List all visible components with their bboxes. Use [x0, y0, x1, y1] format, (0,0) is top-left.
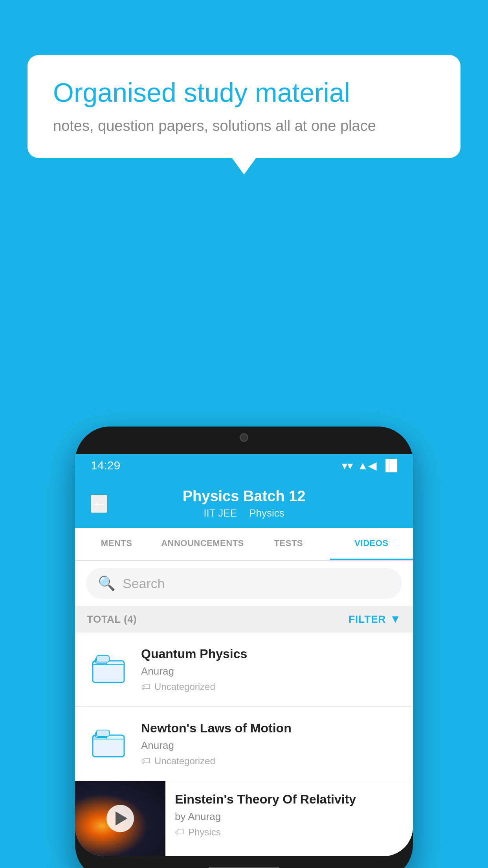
- search-input[interactable]: Search: [123, 576, 165, 591]
- phone-device: 14:29 ▾▾ ▲◀ ▐█ ← Physics Batch 12 IIT JE…: [75, 427, 413, 868]
- item-info: Quantum Physics Anurag 🏷 Uncategorized: [141, 647, 401, 692]
- svg-rect-5: [97, 730, 109, 736]
- folder-icon: [91, 654, 126, 685]
- item-info: Einstein's Theory Of Relativity by Anura…: [165, 781, 413, 849]
- space-background: [75, 781, 165, 856]
- item-tag: 🏷 Uncategorized: [141, 681, 401, 692]
- video-thumbnail-image: [75, 781, 165, 856]
- phone-bottom-bezel: [75, 856, 413, 868]
- status-time: 14:29: [91, 459, 120, 472]
- phone-notch: [205, 427, 283, 448]
- tag-label: Physics: [188, 827, 221, 838]
- item-author: Anurag: [141, 665, 401, 677]
- header-title: Physics Batch 12: [91, 488, 397, 505]
- search-bar[interactable]: 🔍 Search: [86, 568, 402, 599]
- folder-icon: [91, 728, 126, 760]
- list-item[interactable]: Einstein's Theory Of Relativity by Anura…: [75, 781, 413, 856]
- item-info: Newton's Laws of Motion Anurag 🏷 Uncateg…: [141, 721, 401, 767]
- tag-icon: 🏷: [175, 827, 184, 838]
- item-title: Einstein's Theory Of Relativity: [175, 792, 404, 807]
- signal-icon: ▲◀: [358, 459, 377, 472]
- tab-announcements[interactable]: ANNOUNCEMENTS: [158, 528, 247, 560]
- phone-top-bezel: [75, 427, 413, 454]
- home-bar[interactable]: [209, 867, 279, 868]
- item-thumbnail: [87, 648, 130, 691]
- tag-icon: 🏷: [141, 756, 150, 767]
- item-title: Newton's Laws of Motion: [141, 721, 401, 736]
- search-icon: 🔍: [98, 575, 116, 592]
- front-camera: [240, 433, 248, 442]
- filter-label: FILTER: [349, 613, 386, 625]
- item-tag: 🏷 Uncategorized: [141, 756, 401, 767]
- item-title: Quantum Physics: [141, 647, 401, 661]
- bubble-subtitle: notes, question papers, solutions all at…: [53, 118, 435, 134]
- item-thumbnail: [87, 722, 130, 765]
- tag-label: Uncategorized: [154, 681, 215, 692]
- item-author: by Anurag: [175, 811, 404, 823]
- phone-body: 14:29 ▾▾ ▲◀ ▐█ ← Physics Batch 12 IIT JE…: [75, 427, 413, 868]
- tag-label: Uncategorized: [154, 756, 215, 767]
- tab-tests[interactable]: TESTS: [247, 528, 330, 560]
- search-container: 🔍 Search: [75, 561, 413, 606]
- list-item[interactable]: Quantum Physics Anurag 🏷 Uncategorized: [75, 633, 413, 707]
- header-tag1: IIT JEE: [204, 507, 237, 519]
- speech-bubble: Organised study material notes, question…: [28, 55, 460, 158]
- speech-bubble-container: Organised study material notes, question…: [28, 55, 460, 158]
- tabs-bar: MENTS ANNOUNCEMENTS TESTS VIDEOS: [75, 528, 413, 561]
- status-icons: ▾▾ ▲◀ ▐█: [342, 459, 397, 472]
- app-screen: 14:29 ▾▾ ▲◀ ▐█ ← Physics Batch 12 IIT JE…: [75, 454, 413, 856]
- tab-videos[interactable]: VIDEOS: [330, 528, 413, 560]
- battery-icon: ▐█: [382, 459, 397, 472]
- filter-button[interactable]: FILTER ▼: [349, 613, 401, 625]
- list-item[interactable]: Newton's Laws of Motion Anurag 🏷 Uncateg…: [75, 707, 413, 781]
- video-list: Quantum Physics Anurag 🏷 Uncategorized: [75, 633, 413, 856]
- item-tag: 🏷 Physics: [175, 827, 404, 838]
- header-tag2: Physics: [249, 507, 284, 519]
- tag-icon: 🏷: [141, 681, 150, 692]
- status-bar: 14:29 ▾▾ ▲◀ ▐█: [75, 454, 413, 477]
- filter-icon: ▼: [390, 613, 401, 625]
- play-icon: [116, 811, 127, 826]
- play-button[interactable]: [106, 805, 134, 832]
- bubble-title: Organised study material: [53, 77, 435, 109]
- item-author: Anurag: [141, 739, 401, 752]
- header-center: Physics Batch 12 IIT JEE Physics: [91, 488, 397, 519]
- tab-ments[interactable]: MENTS: [75, 528, 158, 560]
- back-button[interactable]: ←: [91, 495, 107, 513]
- svg-rect-2: [97, 656, 109, 662]
- total-count: TOTAL (4): [87, 613, 137, 625]
- wifi-icon: ▾▾: [342, 459, 353, 472]
- filter-bar: TOTAL (4) FILTER ▼: [75, 606, 413, 633]
- header-subtitle: IIT JEE Physics: [91, 507, 397, 519]
- app-header: ← Physics Batch 12 IIT JEE Physics: [75, 477, 413, 528]
